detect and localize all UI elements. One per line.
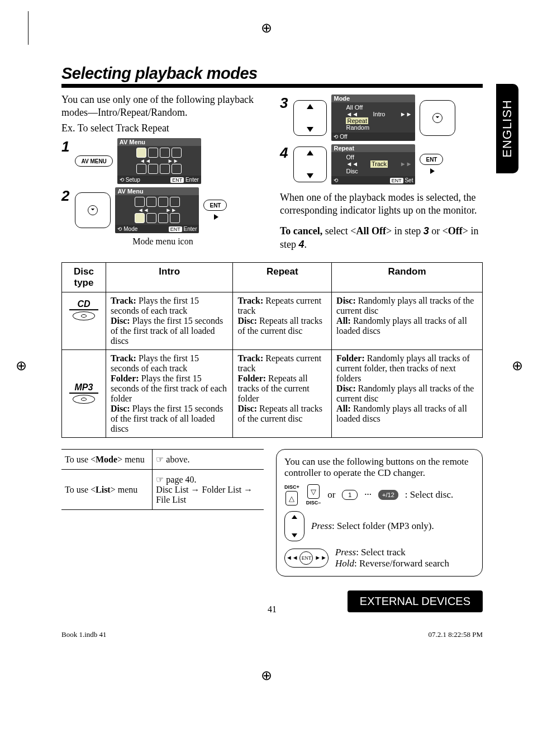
- disc-down-key[interactable]: ▽: [307, 484, 320, 499]
- osd-ent-badge: ENT: [169, 226, 182, 232]
- pointer-icon: ☞: [156, 455, 164, 464]
- footer-left: Book 1.indb 41: [61, 630, 107, 639]
- av-menu-button[interactable]: AV MENU: [75, 155, 112, 167]
- osd-icon: [172, 164, 182, 174]
- pointer-icon: ☞: [156, 475, 164, 484]
- table-row: CD Track: Plays the first 15 seconds of …: [62, 292, 483, 350]
- footer-right: 07.2.1 8:22:58 PM: [428, 630, 483, 639]
- crop-mark-bottom: ⊕: [261, 668, 272, 683]
- osd-icon: [170, 197, 180, 207]
- dots: ···: [364, 489, 372, 500]
- reverse-forward-text: : Reverse/forward search: [354, 558, 449, 569]
- osd-footer-left: Setup: [126, 177, 140, 183]
- osd-icon: [146, 213, 156, 223]
- crop-mark-right: ⊕: [512, 358, 523, 374]
- mp3-icon: MP3: [69, 382, 98, 405]
- section-title: Selecting playback modes: [61, 64, 483, 88]
- modes-table: Disc type Intro Repeat Random CD Track: …: [61, 262, 483, 438]
- dpad-control[interactable]: [75, 192, 111, 228]
- osd-screen-mode: Mode All Off ◄◄Intro►► Repeat Random ⟲ O…: [331, 94, 415, 141]
- language-label: ENGLISH: [500, 100, 515, 158]
- crop-tick: [28, 11, 36, 45]
- press-label: Press: [335, 547, 356, 557]
- osd-icon: [158, 197, 168, 207]
- result-text: When one of the playback modes is select…: [280, 191, 483, 218]
- crop-mark-left: ⊕: [16, 358, 27, 374]
- table-row: MP3 Track: Plays the first 15 seconds of…: [62, 350, 483, 438]
- disc-plus-label: DISC+: [284, 484, 299, 490]
- osd-option-selected: Track: [370, 160, 388, 167]
- osd-ent-badge: ENT: [390, 178, 403, 183]
- submenu-list-label: To use <List> menu: [61, 470, 153, 510]
- osd-icon: [135, 197, 145, 207]
- osd-icon: [136, 164, 146, 174]
- or-text: or: [327, 489, 335, 500]
- osd-title: Mode: [331, 94, 415, 102]
- col-header-disctype: Disc type: [62, 263, 106, 292]
- num-key-1[interactable]: 1: [342, 490, 358, 500]
- col-header-repeat: Repeat: [233, 263, 332, 292]
- osd-title: Repeat: [331, 144, 415, 152]
- osd-footer-left: Off: [340, 134, 347, 140]
- step-number-1: 1: [61, 138, 69, 155]
- ent-button[interactable]: ENT: [203, 200, 227, 211]
- submenu-list-value: ☞ page 40. Disc List → Folder List → Fil…: [153, 470, 264, 510]
- print-footer: Book 1.indb 41 07.2.1 8:22:58 PM: [61, 630, 483, 639]
- osd-icon: [170, 213, 180, 223]
- osd-title: AV Menu: [117, 138, 201, 146]
- osd-option: Intro: [373, 111, 385, 117]
- remote-controller-box: You can use the following buttons on the…: [276, 449, 483, 577]
- disc-up-key[interactable]: △: [285, 491, 298, 505]
- step-number-2: 2: [61, 187, 69, 205]
- osd-icon: [160, 148, 170, 158]
- osd-footer-left: Mode: [123, 226, 137, 232]
- step-number-4: 4: [280, 144, 288, 162]
- osd-screen-avmenu-1: AV Menu ◄◄►► ⟲ Setup ENT Enter: [117, 138, 201, 184]
- osd-title: AV Menu: [115, 187, 199, 195]
- intro-text-2: Ex. To select Track Repeat: [61, 122, 264, 135]
- num-key-12[interactable]: +/12: [378, 490, 398, 500]
- osd-icon: [148, 164, 158, 174]
- osd-option: Random: [346, 124, 412, 131]
- remote-intro: You can use the following buttons on the…: [284, 456, 474, 479]
- jog-control[interactable]: [293, 100, 327, 136]
- mode-icon-caption: Mode menu icon: [61, 237, 264, 247]
- cancel-text: To cancel, select <All Off> in step 3 or…: [280, 225, 483, 251]
- jog-control[interactable]: [293, 147, 327, 182]
- osd-icon: [146, 197, 156, 207]
- osd-option: Disc: [346, 168, 412, 174]
- intro-text-1: You can use only one of the following pl…: [61, 93, 264, 120]
- osd-icon: [172, 148, 182, 158]
- language-tab: ENGLISH: [496, 84, 518, 173]
- play-icon: [214, 214, 218, 220]
- osd-footer-right: Set: [404, 177, 413, 183]
- osd-screen-avmenu-2: AV Menu ◄◄►► ⟲ Mode ENT Enter: [115, 187, 199, 233]
- page-number: 41: [268, 604, 277, 615]
- osd-screen-repeat: Repeat Off ◄◄Track►► Disc ⟲ENT Set: [331, 144, 415, 184]
- osd-icon: [160, 164, 170, 174]
- osd-icon: [148, 148, 158, 158]
- remote-lr-pad[interactable]: ◄◄ ENT ►►: [284, 549, 329, 568]
- osd-footer-right: Enter: [185, 177, 199, 183]
- submenu-mode-label: To use <Mode> menu: [61, 450, 153, 470]
- select-disc-text: : Select disc.: [405, 489, 453, 500]
- ent-button[interactable]: ENT: [420, 154, 443, 165]
- step-number-3: 3: [280, 94, 288, 112]
- crop-mark-top: ⊕: [261, 20, 272, 36]
- cd-icon: CD: [69, 299, 98, 322]
- select-track-text: : Select track: [356, 547, 406, 557]
- osd-icon-mode: [135, 213, 145, 223]
- disc-minus-label: DISC–: [306, 500, 321, 505]
- section-tab: EXTERNAL DEVICES: [348, 590, 483, 612]
- osd-option-selected: Repeat: [346, 117, 368, 124]
- osd-ent-badge: ENT: [170, 177, 184, 183]
- submenu-mode-value: ☞ above.: [153, 450, 264, 470]
- play-icon: [430, 168, 435, 174]
- osd-footer-right: Enter: [184, 226, 197, 232]
- select-folder-text: : Select folder (MP3 only).: [332, 521, 434, 531]
- dpad-control[interactable]: [420, 100, 455, 136]
- col-header-random: Random: [332, 263, 483, 292]
- col-header-intro: Intro: [106, 263, 232, 292]
- press-label: Press: [311, 521, 332, 531]
- remote-jog[interactable]: [284, 511, 304, 541]
